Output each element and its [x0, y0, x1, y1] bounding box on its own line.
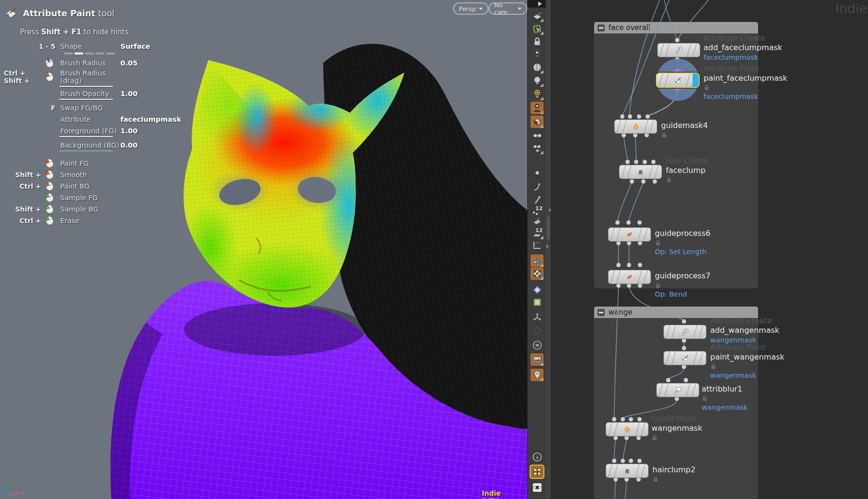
hint-row: Foreground (FG)1.00	[4, 126, 181, 136]
edition-watermark: Indie Edition	[482, 489, 527, 499]
hint-row: Shift +Smooth	[4, 170, 181, 180]
profile-ruler-icon[interactable]	[531, 239, 543, 252]
hair-clump-icon	[637, 168, 645, 176]
quad-layout-icon[interactable]	[531, 466, 543, 478]
hint-row: Ctrl +Paint BG	[4, 181, 181, 191]
node-attribblur1[interactable]	[656, 383, 699, 397]
display-menu-icon[interactable]	[531, 339, 543, 351]
node-paint_faceclumpmask[interactable]	[656, 73, 700, 88]
node-comment: wangenmask	[702, 403, 748, 412]
mirror-ball-icon[interactable]	[531, 61, 543, 74]
viewport-toolbar: 12 12	[527, 0, 546, 499]
visibility-eye-icon[interactable]	[531, 481, 543, 494]
node-wangenmask[interactable]	[606, 422, 649, 436]
svg-text:y: y	[7, 479, 10, 486]
node-paint_wangenmask[interactable]	[663, 351, 706, 365]
divider-grip[interactable]	[547, 217, 550, 240]
draw-curve-icon[interactable]	[531, 181, 543, 193]
hint-row: Background (BG)0.00	[4, 140, 181, 150]
node-comment: faceclumpmask	[704, 53, 782, 62]
guide-process-icon	[626, 231, 634, 239]
mouse-left-icon	[43, 170, 55, 180]
toolbar-collapse-strip[interactable]	[528, 0, 546, 8]
lock-icon	[710, 362, 784, 371]
attribute-create-icon	[675, 46, 683, 54]
node-guidemask4[interactable]	[614, 119, 657, 134]
viewport-3d[interactable]: Attribute Paint tool Press Shift + F1 to…	[0, 0, 527, 499]
node-name[interactable]: paint_wangenmask	[710, 352, 784, 362]
hint-row: Shift +Sample BG	[4, 204, 181, 214]
secure-selection-icon[interactable]	[531, 22, 543, 35]
hide-balloon-icon[interactable]	[531, 48, 543, 60]
node-comment: faceclumpmask	[704, 92, 787, 101]
svg-text:12: 12	[535, 205, 542, 212]
node-name[interactable]: attribblur1	[702, 384, 748, 394]
mouse-wheel-icon	[43, 58, 55, 68]
node-name[interactable]: hairclump2	[652, 465, 695, 475]
lock-icon	[651, 433, 702, 442]
flipbook-glasses-icon[interactable]	[531, 142, 543, 154]
camera-select-button[interactable]: No cam	[488, 2, 527, 15]
attribute-blur-icon	[674, 386, 682, 394]
group-frame-icon[interactable]	[531, 296, 543, 308]
node-faceclump[interactable]	[619, 165, 662, 179]
arrow-right-icon	[538, 1, 544, 6]
node-guideprocess7[interactable]	[608, 270, 651, 284]
node-add_wangenmask[interactable]	[663, 325, 706, 339]
lock-icon	[661, 130, 708, 139]
hint-row: FSwap FG/BG	[4, 103, 181, 113]
node-name[interactable]: add_wangenmask	[710, 326, 779, 335]
hint-row: 1 - 5ShapeSurface	[4, 41, 181, 52]
mouse-left-icon	[43, 72, 55, 82]
hint-row: Brush Radius0.05	[4, 58, 181, 68]
hide-hints-tip: Press Shift + F1 to hide hints	[20, 28, 181, 36]
guide-mask-icon	[632, 123, 640, 131]
mouse-left-icon	[43, 158, 55, 169]
texture-checker-icon[interactable]	[531, 267, 543, 280]
shaded-geometry-icon[interactable]	[531, 116, 543, 128]
shape-segments	[64, 53, 115, 54]
node-comment: Op: Bend	[655, 289, 710, 299]
node-add_faceclumpmask[interactable]	[657, 43, 700, 57]
node-name[interactable]: paint_faceclumpmask	[704, 74, 787, 83]
svg-text:12: 12	[535, 227, 542, 234]
node-name[interactable]: add_faceclumpmask	[704, 43, 782, 53]
lock-icon[interactable]	[531, 35, 543, 48]
node-guideprocess6[interactable]	[608, 227, 651, 242]
mouse-left-green-icon	[43, 204, 55, 214]
view-glasses-icon[interactable]	[531, 129, 543, 141]
lock-icon	[702, 394, 748, 403]
node-name[interactable]: guideprocess6	[655, 229, 710, 238]
axis-gizmo: y x z	[1, 479, 30, 499]
hint-row: Sample FG	[4, 192, 181, 203]
chevron-down-icon	[479, 8, 483, 12]
add-camera-icon[interactable]	[531, 102, 543, 114]
hint-row: Attributefaceclumpmask	[4, 114, 181, 125]
add-light-icon[interactable]	[531, 88, 543, 100]
paint-brush-icon[interactable]	[531, 255, 543, 267]
plane-count-icon[interactable]: 12	[531, 227, 543, 239]
perspective-menu-button[interactable]: Persp	[453, 2, 488, 15]
point-dot-icon[interactable]	[531, 167, 543, 179]
hint-row: Paint FG	[4, 158, 181, 169]
scatter-prongs-icon[interactable]	[531, 311, 543, 324]
snapshot-pin-icon[interactable]	[531, 369, 543, 381]
background-image-icon[interactable]	[531, 353, 543, 366]
mouse-left-icon	[43, 181, 55, 191]
node-name[interactable]: guidemask4	[661, 121, 708, 130]
tool-title: Attribute Paint tool	[23, 8, 114, 18]
light-bulb-icon[interactable]	[531, 74, 543, 87]
attribute-paint-state-icon[interactable]	[531, 10, 543, 22]
mouse-left-green-icon	[43, 215, 55, 226]
node-name[interactable]: wangenmask	[651, 424, 702, 433]
node-name[interactable]: faceclump	[666, 166, 708, 175]
info-icon[interactable]	[531, 451, 543, 463]
node-name[interactable]: guideprocess7	[655, 271, 710, 281]
dashed-circle-icon[interactable]	[531, 325, 543, 337]
guide-mask-icon	[623, 425, 631, 434]
lock-icon	[655, 281, 710, 289]
network-editor[interactable]: Indie face overall wange	[551, 0, 868, 499]
diamond-handle-icon[interactable]	[531, 284, 543, 296]
flatten-brush-icon[interactable]	[531, 215, 543, 228]
node-hairclump2[interactable]	[606, 464, 649, 478]
